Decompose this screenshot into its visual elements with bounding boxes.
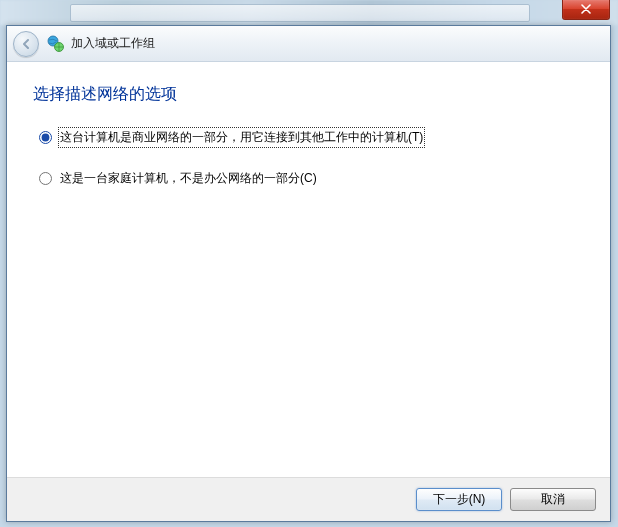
network-type-radio-group: 这台计算机是商业网络的一部分，用它连接到其他工作中的计算机(T) 这是一台家庭计…: [33, 129, 584, 187]
back-button[interactable]: [13, 31, 39, 57]
network-wizard-icon: [47, 35, 65, 53]
radio-label-business: 这台计算机是商业网络的一部分，用它连接到其他工作中的计算机(T): [60, 129, 423, 146]
arrow-left-icon: [19, 37, 33, 51]
wizard-footer: 下一步(N) 取消: [7, 477, 610, 521]
radio-option-home-computer[interactable]: 这是一台家庭计算机，不是办公网络的一部分(C): [39, 170, 578, 187]
cancel-button[interactable]: 取消: [510, 488, 596, 511]
parent-address-bar-blur: [70, 4, 530, 22]
wizard-title: 加入域或工作组: [71, 35, 155, 52]
radio-input-business[interactable]: [39, 131, 52, 144]
next-button[interactable]: 下一步(N): [416, 488, 502, 511]
radio-label-home: 这是一台家庭计算机，不是办公网络的一部分(C): [60, 170, 317, 187]
page-heading: 选择描述网络的选项: [33, 84, 584, 105]
wizard-dialog: 加入域或工作组 选择描述网络的选项 这台计算机是商业网络的一部分，用它连接到其他…: [6, 25, 611, 522]
window-close-button[interactable]: [562, 0, 610, 20]
wizard-header: 加入域或工作组: [7, 26, 610, 62]
radio-input-home[interactable]: [39, 172, 52, 185]
close-icon: [581, 4, 591, 14]
wizard-body: 选择描述网络的选项 这台计算机是商业网络的一部分，用它连接到其他工作中的计算机(…: [7, 62, 610, 477]
radio-option-business-network[interactable]: 这台计算机是商业网络的一部分，用它连接到其他工作中的计算机(T): [39, 129, 578, 146]
